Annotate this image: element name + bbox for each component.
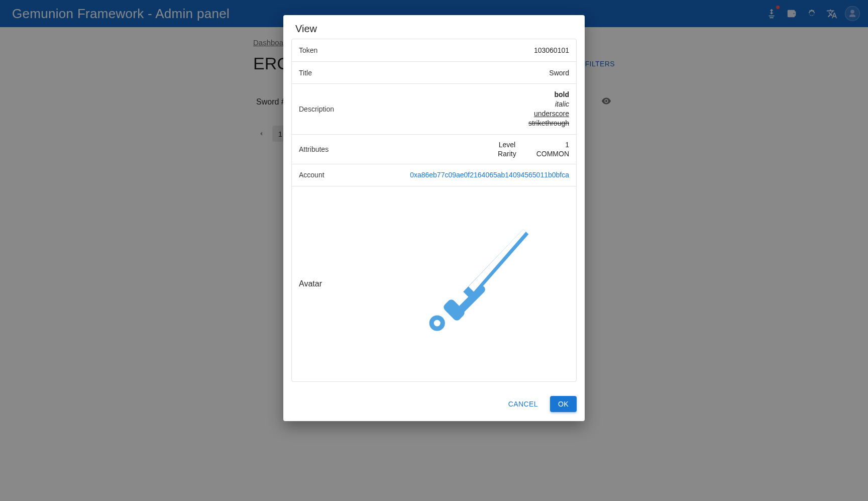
row-token-val: 103060101 (534, 46, 569, 54)
view-dialog: View Token 103060101 Title Sword Descrip… (283, 15, 585, 421)
desc-bold: bold (554, 90, 569, 98)
row-attributes-key: Attributes (299, 145, 329, 153)
dialog-actions: CANCEL OK (283, 390, 585, 421)
row-description-val: bold italic underscore strikethrough (528, 90, 569, 128)
attr-rarity-value: COMMON (536, 150, 569, 158)
dialog-title: View (283, 15, 585, 39)
avatar-image (378, 193, 569, 374)
dialog-backdrop[interactable]: View Token 103060101 Title Sword Descrip… (0, 0, 868, 501)
row-attributes: Attributes Level Rarity 1 COMMON (292, 134, 576, 164)
row-title-key: Title (299, 69, 312, 77)
account-link[interactable]: 0xa86eb77c09ae0f2164065ab14094565011b0bf… (410, 171, 569, 179)
row-description-key: Description (299, 105, 334, 113)
svg-point-4 (434, 320, 441, 326)
row-account-key: Account (299, 171, 324, 179)
ok-button[interactable]: OK (550, 396, 577, 412)
row-avatar-key: Avatar (299, 279, 322, 288)
attr-level-label: Level (499, 141, 515, 149)
row-title-val: Sword (549, 69, 569, 77)
row-description: Description bold italic underscore strik… (292, 83, 576, 134)
desc-strikethrough: strikethrough (528, 119, 569, 127)
svg-rect-2 (442, 298, 466, 322)
sword-icon (408, 219, 539, 349)
attr-rarity-label: Rarity (498, 150, 516, 158)
desc-underscore: underscore (534, 110, 569, 118)
svg-marker-5 (469, 229, 526, 291)
row-token-key: Token (299, 46, 317, 54)
desc-italic: italic (555, 100, 569, 108)
row-avatar: Avatar (292, 186, 576, 381)
row-title: Title Sword (292, 61, 576, 83)
cancel-button[interactable]: CANCEL (500, 396, 546, 412)
row-account: Account 0xa86eb77c09ae0f2164065ab1409456… (292, 164, 576, 186)
row-token: Token 103060101 (292, 39, 576, 61)
attr-level-value: 1 (565, 141, 569, 149)
